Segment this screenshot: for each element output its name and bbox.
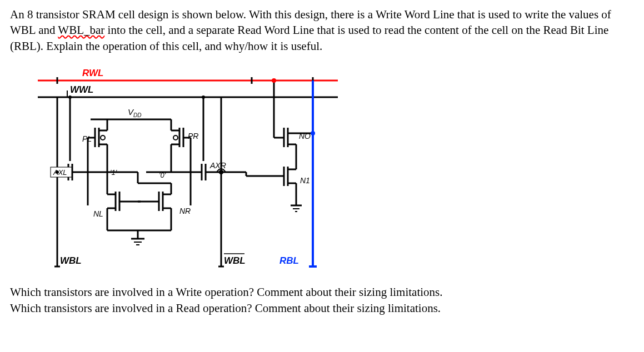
n1-transistor: N1 [246,167,310,205]
pr-transistor: PR [171,119,198,172]
svg-point-90 [68,95,72,99]
wbl-label: WBL [60,255,82,266]
question-2: Which transistors are involved in a Read… [10,300,634,316]
svg-point-91 [202,95,205,99]
svg-text:AXR: AXR [209,161,226,170]
svg-text:PR: PR [188,132,198,140]
svg-text:AXL: AXL [53,168,67,177]
svg-point-13 [101,135,105,140]
rwl-label: RWL [82,68,103,78]
rbl-label: RBL [279,255,299,266]
no-transistor: NO [272,78,315,169]
sram-8t-svg: RWL WWL WBL WBL RBL VDD PL [27,64,338,275]
intro-wavy: WBL_bar [58,23,104,37]
svg-point-78 [311,131,315,135]
svg-text:NO: NO [299,132,311,140]
pl-transistor: PL [82,119,107,172]
nr-transistor: NR [159,183,191,230]
paragraph-intro: An 8 transistor SRAM cell design is show… [10,7,634,54]
svg-point-92 [56,170,59,174]
circuit-diagram: RWL WWL WBL WBL RBL VDD PL [27,64,634,279]
svg-text:NL: NL [93,209,103,218]
svg-point-21 [173,135,178,140]
wwl-label: WWL [70,84,93,95]
wblbar-label: WBL [224,255,246,266]
vdd-label: VDD [128,107,141,118]
svg-text:NR: NR [179,207,191,215]
question-1: Which transistors are involved in a Writ… [10,284,634,300]
svg-text:N1: N1 [300,176,310,185]
svg-point-76 [272,78,276,83]
nl-transistor: NL [93,172,119,230]
